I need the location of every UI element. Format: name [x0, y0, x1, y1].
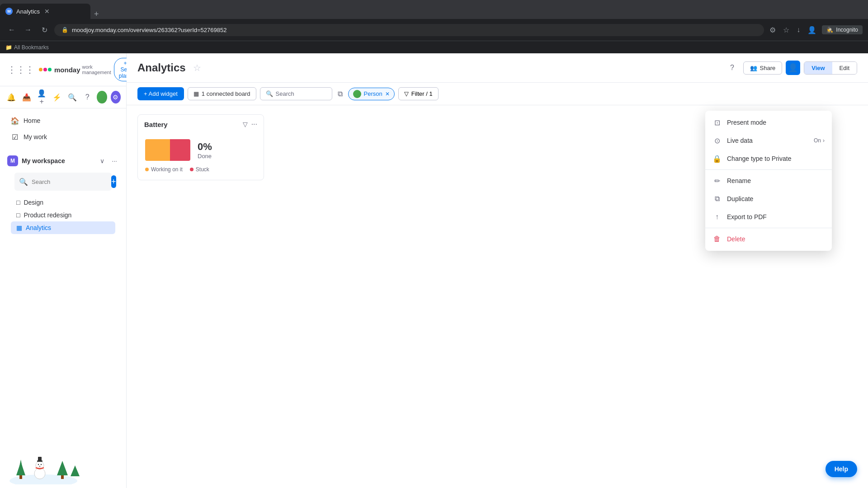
logo-circle-pink — [43, 68, 47, 71]
new-tab-button[interactable]: + — [90, 9, 103, 19]
battery-segment-red — [170, 139, 190, 161]
profile-button[interactable]: 👤 — [806, 24, 818, 36]
integrations-button[interactable]: ⚡ — [51, 90, 63, 104]
sidebar-item-product-redesign[interactable]: □ Product redesign — [11, 209, 115, 221]
sidebar-item-home[interactable]: 🏠 Home — [4, 113, 123, 128]
menu-item-delete[interactable]: 🗑 Delete — [705, 230, 832, 248]
monday-logo-text: monday — [54, 66, 80, 74]
search-input[interactable] — [32, 178, 108, 185]
menu-item-present-mode[interactable]: ⊡ Present mode — [705, 113, 832, 131]
widget-filter-icon[interactable]: ▽ — [243, 121, 248, 128]
sidebar-item-design[interactable]: □ Design — [11, 196, 115, 209]
invite-button[interactable]: 👤+ — [36, 90, 47, 104]
menu-item-duplicate[interactable]: ⧉ Duplicate — [705, 190, 832, 208]
toolbar-copy-icon[interactable]: ⧉ — [336, 88, 344, 100]
refresh-button[interactable]: ↻ — [38, 23, 51, 36]
all-bookmarks-link[interactable]: 📁 All Bookmarks — [5, 44, 49, 51]
forward-button[interactable]: → — [22, 23, 34, 36]
legend-item-stuck: Stuck — [190, 166, 209, 173]
svg-point-17 — [14, 464, 15, 465]
menu-item-change-type[interactable]: 🔒 Change type to Private — [705, 150, 832, 168]
board-label-analytics: Analytics — [26, 224, 51, 231]
view-button[interactable]: View — [804, 62, 832, 74]
favorite-button[interactable]: ☆ — [193, 62, 201, 73]
present-mode-label: Present mode — [727, 119, 825, 126]
notification-button[interactable]: 🔔 — [5, 90, 17, 104]
board-list: □ Design □ Product redesign ▦ Analytics — [7, 194, 119, 236]
live-data-on-label: On — [814, 137, 821, 144]
logo-circle-yellow — [39, 68, 42, 71]
board-label-product: Product redesign — [24, 211, 71, 219]
avatar[interactable] — [97, 91, 107, 103]
share-icon: 👥 — [750, 65, 757, 71]
help-page-button[interactable]: ? — [725, 61, 740, 75]
workspace-chevron-icon[interactable]: ∨ — [98, 156, 106, 165]
filter-icon: ▽ — [404, 90, 409, 97]
svg-marker-2 — [19, 460, 23, 471]
legend-dot-working — [145, 168, 149, 171]
duplicate-label: Duplicate — [727, 195, 825, 202]
battery-stats: 0% Done — [198, 141, 212, 160]
tab-close-button[interactable]: ✕ — [43, 7, 51, 16]
bookmark-button[interactable]: ☆ — [781, 24, 791, 36]
inbox-button[interactable]: 📥 — [21, 90, 33, 104]
toolbar-search-label: Search — [276, 90, 294, 97]
search-global-button[interactable]: 🔍 — [66, 90, 78, 104]
legend-label-stuck: Stuck — [196, 166, 209, 173]
my-work-icon: ☑ — [11, 133, 19, 141]
browser-tab-active[interactable]: M Analytics ✕ — [0, 4, 90, 19]
live-data-arrow-icon: › — [823, 137, 825, 144]
help-button[interactable]: Help — [826, 461, 857, 477]
svg-rect-5 — [61, 475, 64, 479]
menu-item-rename[interactable]: ✏ Rename — [705, 172, 832, 190]
address-bar[interactable]: 🔒 moodjoy.monday.com/overviews/263362?us… — [54, 24, 764, 36]
page-title: Analytics — [137, 61, 186, 74]
back-button[interactable]: ← — [5, 23, 18, 36]
browser-chrome: M Analytics ✕ + ← → ↻ 🔒 moodjoy.monday.c… — [0, 0, 868, 53]
svg-point-16 — [65, 459, 67, 460]
board-icon-analytics: ▦ — [16, 224, 22, 231]
logo-circle-green — [48, 68, 52, 71]
widget-menu-icon[interactable]: ··· — [251, 120, 257, 128]
svg-point-7 — [34, 468, 45, 479]
menu-item-export-pdf[interactable]: ↑ Export to PDF — [705, 208, 832, 226]
snowman-illustration — [7, 448, 80, 484]
workspace-more-icon[interactable]: ··· — [110, 156, 119, 165]
person-chip-close[interactable]: ✕ — [385, 91, 390, 97]
header-actions: ? 👥 Share 👤 View Edit — [725, 61, 858, 75]
battery-widget: Battery ▽ ··· 0% Done — [137, 114, 264, 180]
add-person-button[interactable]: 👤 — [786, 61, 800, 75]
person-filter-chip[interactable]: Person ✕ — [348, 88, 395, 100]
sidebar-my-work-label: My work — [24, 133, 47, 141]
connected-board-button[interactable]: ▦ 1 connected board — [188, 87, 256, 100]
duplicate-icon: ⧉ — [712, 194, 722, 203]
export-pdf-label: Export to PDF — [727, 213, 825, 221]
app-icon[interactable]: ⚙ — [111, 91, 121, 103]
add-widget-button[interactable]: + Add widget — [137, 87, 184, 100]
filter-button[interactable]: ▽ Filter / 1 — [398, 87, 439, 100]
sidebar-item-my-work[interactable]: ☑ My work — [4, 129, 123, 145]
board-icon-design: □ — [16, 199, 20, 206]
change-type-icon: 🔒 — [712, 154, 722, 163]
menu-divider-2 — [705, 228, 832, 228]
toolbar-search-button[interactable]: 🔍 Search — [260, 87, 332, 100]
share-button[interactable]: 👥 Share — [743, 61, 783, 75]
add-board-button[interactable]: + — [111, 175, 116, 188]
menu-item-live-data[interactable]: ⊙ Live data On › — [705, 131, 832, 150]
svg-rect-13 — [38, 457, 42, 461]
person-avatar — [353, 90, 361, 98]
toolbar-search-icon: 🔍 — [266, 90, 273, 97]
sidebar-item-analytics[interactable]: ▦ Analytics — [11, 221, 115, 234]
live-data-label: Live data — [727, 137, 808, 144]
battery-legend: Working on it Stuck — [145, 166, 256, 173]
edit-button[interactable]: Edit — [832, 62, 857, 74]
legend-dot-stuck — [190, 168, 193, 171]
share-label: Share — [760, 65, 776, 71]
change-type-label: Change type to Private — [727, 155, 825, 162]
battery-percent: 0% — [198, 141, 212, 153]
download-button[interactable]: ↓ — [795, 24, 802, 36]
help-global-button[interactable]: ? — [81, 90, 93, 104]
extensions-button[interactable]: ⚙ — [768, 24, 778, 36]
workspace-header[interactable]: M My workspace ∨ ··· — [7, 153, 119, 169]
apps-grid-icon[interactable]: ⋮⋮⋮ — [5, 62, 36, 77]
